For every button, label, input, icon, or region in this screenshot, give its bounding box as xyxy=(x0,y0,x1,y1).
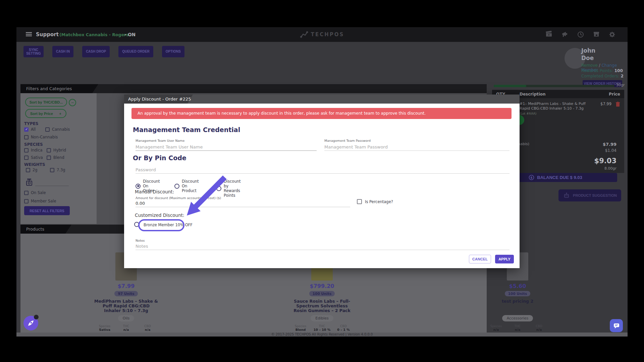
thc-label: THC xyxy=(508,324,527,328)
radio-discount-by-rewards[interactable]: Discount by Rewards Points xyxy=(216,179,241,198)
sort-price-pill[interactable]: Sort by Price + xyxy=(25,109,66,118)
pin-code-input[interactable] xyxy=(136,166,509,174)
is-percentage-checkbox[interactable]: Is Percentage? xyxy=(357,199,393,204)
sync-setting-button[interactable]: SYNC SETTING xyxy=(23,46,44,57)
amount-field-label: Amount for discount (Maximum accounts fo… xyxy=(136,196,221,200)
collapse-minus-button[interactable]: − xyxy=(69,99,76,106)
filter-blend[interactable]: Blend xyxy=(47,155,64,160)
filter-2g-label: 2g xyxy=(33,168,38,172)
checkbox-icon[interactable] xyxy=(24,156,29,160)
filter-indica[interactable]: Indica xyxy=(24,148,43,153)
manual-discount-title: Manual Discount: xyxy=(135,189,174,194)
checkbox-checked-icon[interactable] xyxy=(24,127,29,132)
category-chip: Oils xyxy=(118,315,135,321)
filter-73g[interactable]: 7.3g xyxy=(50,168,65,172)
sort-price-label: Sort by Price xyxy=(30,112,53,116)
filter-2g[interactable]: 2g xyxy=(26,168,38,172)
scale-input-underline[interactable] xyxy=(35,186,69,186)
total-value: $9.03 xyxy=(594,157,616,165)
radio-icon[interactable] xyxy=(216,186,221,191)
apply-discount-modal: Apply Discount - Order #225 An approval … xyxy=(124,95,520,268)
customer-last-name: Doe xyxy=(581,55,594,61)
notes-input[interactable] xyxy=(136,243,509,250)
radio-icon[interactable] xyxy=(174,184,179,189)
filter-non-cannabis[interactable]: Non-Cannabis xyxy=(24,135,58,139)
cbd-value: n/a xyxy=(530,328,548,331)
types-title: TYPES xyxy=(24,121,39,126)
modal-title-bar: Apply Discount - Order #225 xyxy=(124,95,520,104)
support-label[interactable]: Support xyxy=(36,32,59,38)
filters-card: Sort by THC/CBD... − Sort by Price + TYP… xyxy=(20,93,97,224)
customized-discount-title: Customized Discount: xyxy=(135,213,184,218)
species-label: Species xyxy=(96,324,114,328)
management-password-input[interactable] xyxy=(324,143,509,151)
weights-title: WEIGHTS xyxy=(24,162,45,167)
clock-icon[interactable] xyxy=(577,31,585,39)
pin-section-title: Or By Pin Code xyxy=(133,154,186,162)
checkbox-icon[interactable] xyxy=(24,199,29,203)
filter-member-sale-label: Member Sale xyxy=(31,199,56,203)
filter-hybrid[interactable]: Hybrid xyxy=(47,148,66,153)
completed-orders-row: Completed Orders: 2 xyxy=(581,74,624,78)
dollar-icon: $ xyxy=(529,175,534,180)
reset-all-filters-button[interactable]: RESET ALL FILTERS xyxy=(24,206,70,215)
filter-member-sale[interactable]: Member Sale xyxy=(24,199,56,203)
cbd-label: CBD xyxy=(334,324,353,328)
brand-name: TECHPOS xyxy=(311,32,344,38)
checkbox-icon[interactable] xyxy=(24,148,29,153)
chat-widget-button[interactable] xyxy=(610,319,623,332)
top-bar: Support (Matchbox Cannabis - Rogers ... … xyxy=(16,27,628,42)
radio-label: Discount by Rewards Points xyxy=(224,179,241,198)
cash-drop-button[interactable]: CASH DROP xyxy=(82,46,110,57)
management-username-input[interactable] xyxy=(136,143,317,151)
product-name: Sauce Rosin Labs – Full-Spectrum Solvent… xyxy=(290,299,354,313)
filter-indica-label: Indica xyxy=(31,148,43,153)
price-column-header: Price xyxy=(600,92,620,97)
checkbox-icon[interactable] xyxy=(357,199,362,204)
cbd-value: 0 – 1 % xyxy=(334,328,353,331)
total-weight-value: 8.00gr xyxy=(594,166,616,171)
apply-button[interactable]: APPLY xyxy=(495,255,514,263)
gear-icon[interactable] xyxy=(608,31,616,39)
radio-bronze-member[interactable] xyxy=(134,222,139,228)
checkbox-icon[interactable] xyxy=(47,148,51,153)
cancel-button[interactable]: CANCEL xyxy=(469,255,491,263)
checkbox-icon[interactable] xyxy=(50,168,54,172)
bronze-member-option-label[interactable]: Bronze Member 10% OFF xyxy=(144,223,193,227)
radio-discount-on-product[interactable]: Discount On Product xyxy=(174,179,199,193)
filter-sativa[interactable]: Sativa xyxy=(24,155,43,160)
hamburger-menu-icon[interactable] xyxy=(26,32,32,37)
rewards-points-value: 100 xyxy=(614,68,623,73)
store-icon[interactable] xyxy=(592,31,600,39)
product-suggestion-button[interactable]: PRODUCT SUGGESTION xyxy=(558,189,621,201)
checkbox-icon[interactable] xyxy=(24,191,29,195)
robot-icon xyxy=(563,192,570,199)
brand-logo: TECHPOS xyxy=(300,27,344,42)
species-label: Species xyxy=(291,324,310,328)
delete-item-button[interactable] xyxy=(611,102,620,116)
species-title: SPECIES xyxy=(24,142,43,147)
options-button[interactable]: OPTIONS xyxy=(162,46,184,57)
techpos-logo-icon xyxy=(300,31,309,38)
checkbox-icon[interactable] xyxy=(24,135,29,139)
radio-icon[interactable] xyxy=(134,222,139,227)
category-chip: Edibles xyxy=(311,315,333,321)
cash-in-button[interactable]: CASH IN xyxy=(52,46,73,57)
discount-amount-input[interactable] xyxy=(136,200,350,207)
megaphone-icon[interactable] xyxy=(561,31,569,39)
checkbox-icon[interactable] xyxy=(45,127,50,132)
order-item-price: $7.99 xyxy=(595,102,611,116)
remove-member-link[interactable]: Remove xyxy=(581,63,598,68)
filter-hybrid-label: Hybrid xyxy=(53,148,66,153)
checkbox-icon[interactable] xyxy=(26,168,30,172)
filter-cannabis[interactable]: Cannabis xyxy=(45,127,70,132)
checkbox-icon[interactable] xyxy=(47,156,51,160)
filter-all[interactable]: All xyxy=(24,127,36,132)
sort-thc-cbd-pill[interactable]: Sort by THC/CBD... xyxy=(25,98,67,107)
order-totals: $7.99 $1.04 $9.03 8.00gr 1 xyxy=(594,142,616,177)
filter-on-sale[interactable]: On Sale xyxy=(24,190,46,195)
clapperboard-icon[interactable] xyxy=(545,31,553,39)
order-item-lot: (Lot #AAA) xyxy=(520,112,595,116)
queued-order-button[interactable]: QUEUED ORDER xyxy=(118,46,153,57)
radio-selected-icon[interactable] xyxy=(136,184,141,189)
